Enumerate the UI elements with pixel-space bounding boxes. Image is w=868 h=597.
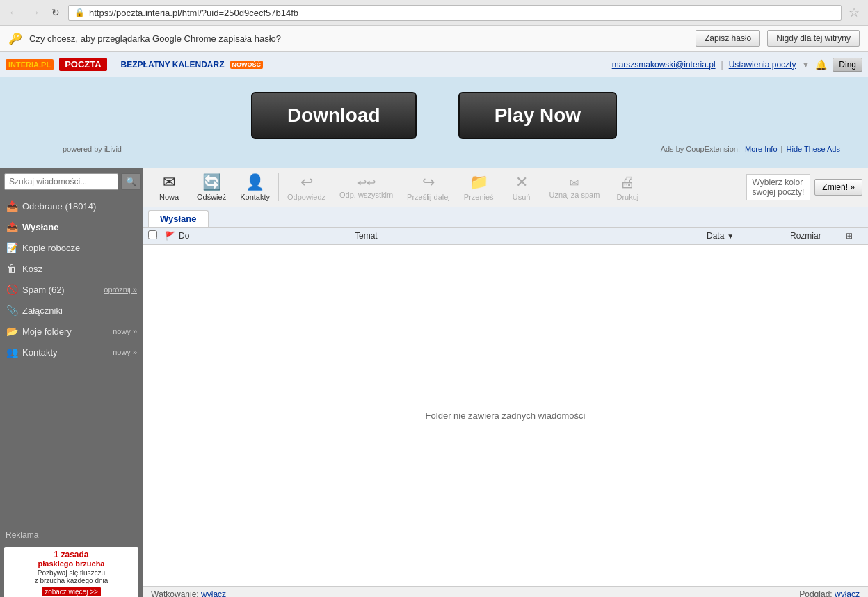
toolbar-spam-button[interactable]: ✉ Uznaj za spam: [542, 173, 607, 202]
search-input[interactable]: [4, 173, 118, 190]
nowosc-badge: NOWOŚĆ: [230, 61, 264, 69]
interia-logo: INTERIA.PL: [6, 59, 54, 70]
ding-button[interactable]: Ding: [833, 58, 862, 72]
sidebar-nav: 📥 Odebrane (18014) 📤 Wysłane 📝 Kopie rob…: [0, 196, 143, 526]
toolbar-separator-1: [278, 173, 279, 201]
sidebar-label-kontakty: Kontakty: [22, 347, 58, 358]
toolbar-przenies-label: Przenieś: [464, 193, 494, 201]
sidebar-item-wyslane[interactable]: 📤 Wysłane: [0, 216, 143, 237]
preview-toggle-link[interactable]: wyłącz: [835, 589, 860, 597]
user-email[interactable]: marszsmakowski@interia.pl: [612, 60, 716, 70]
drafts-icon: 📝: [6, 241, 18, 254]
toolbar-usun-label: Usuń: [513, 193, 531, 201]
new-folder-link[interactable]: nowy »: [113, 327, 137, 335]
download-button[interactable]: Download: [251, 92, 417, 139]
col-filter-header: ⊞: [846, 231, 862, 241]
sidebar-label-foldery: Moje foldery: [22, 326, 72, 337]
toolbar-nowa-button[interactable]: ✉ Nowa: [148, 170, 190, 204]
sidebar-item-spam[interactable]: 🚫 Spam (62) opróżnij »: [0, 279, 143, 300]
tab-wyslane[interactable]: Wysłane: [148, 210, 209, 227]
toolbar-przeslij-button[interactable]: ↪ Prześlij dalej: [400, 170, 457, 204]
sidebar-item-zalaczniki[interactable]: 📎 Załączniki: [0, 300, 143, 321]
toolbar-spam-label: Uznaj za spam: [549, 191, 600, 199]
contacts-icon: 👥: [6, 346, 18, 358]
reply-icon: ↩: [300, 173, 313, 191]
back-button[interactable]: ←: [6, 4, 22, 21]
ad-link[interactable]: zobacz więcej >>: [42, 587, 101, 596]
toolbar-usun-button[interactable]: ✕ Usuń: [501, 170, 542, 204]
bell-icon: 🔔: [815, 59, 827, 70]
col-from-header[interactable]: Do: [179, 231, 355, 241]
attachments-icon: 📎: [6, 304, 18, 317]
save-password-button[interactable]: Zapisz hasło: [696, 30, 760, 47]
sidebar-label-zalaczniki: Załączniki: [22, 305, 63, 316]
hide-ads-link[interactable]: Hide These Ads: [787, 145, 840, 153]
forward-button[interactable]: →: [26, 4, 43, 21]
toolbar-przeslij-label: Prześlij dalej: [407, 193, 450, 201]
toolbar-kontakty-label: Kontakty: [240, 193, 270, 201]
sidebar-label-spam: Spam (62): [22, 285, 65, 295]
preview-label: Podgląd:: [799, 589, 832, 597]
empty-folder-message: Folder nie zawiera żadnych wiadomości: [143, 245, 868, 586]
email-area: Wysłane 🚩 Do Temat Data ▼ Rozmiar ⊞: [143, 207, 868, 597]
toolbar-przenies-button[interactable]: 📁 Przenieś: [457, 170, 501, 204]
delete-icon: ✕: [515, 173, 528, 191]
thread-label: Wątkowanie:: [151, 589, 199, 597]
move-icon: 📁: [469, 173, 488, 191]
sidebar-item-kopie-robocze[interactable]: 📝 Kopie robocze: [0, 237, 143, 258]
toolbar-odpowiedz-button[interactable]: ↩ Odpowiedz: [280, 170, 332, 204]
settings-link[interactable]: Ustawienia poczty: [729, 60, 796, 70]
sidebar-item-odebrane[interactable]: 📥 Odebrane (18014): [0, 196, 143, 216]
sidebar-label-kosz: Kosz: [22, 264, 42, 274]
search-button[interactable]: 🔍: [121, 173, 141, 190]
ad-info: Ads by CoupExtension. More Info | Hide T…: [661, 145, 840, 153]
more-info-link[interactable]: More Info: [745, 145, 777, 153]
toolbar-odswiez-button[interactable]: 🔄 Odśwież: [190, 170, 233, 204]
inbox-icon: 📥: [6, 200, 18, 212]
lock-icon: 🔒: [74, 8, 85, 17]
spam-icon: 🚫: [6, 283, 18, 296]
toolbar-drukuj-label: Drukuj: [616, 193, 638, 201]
sidebar-label-wyslane: Wysłane: [22, 222, 59, 232]
sidebar-label-odebrane: Odebrane (18014): [22, 201, 96, 212]
spam-empty-link[interactable]: opróżnij »: [104, 285, 137, 294]
toolbar-odswiez-label: Odśwież: [197, 193, 226, 201]
bookmark-star-button[interactable]: ☆: [846, 4, 862, 21]
sidebar-item-kontakty[interactable]: 👥 Kontakty nowy »: [0, 342, 143, 363]
sidebar-item-kosz[interactable]: 🗑 Kosz: [0, 258, 143, 279]
compose-icon: ✉: [163, 173, 175, 191]
col-size-header[interactable]: Rozmiar: [790, 231, 846, 241]
play-now-button[interactable]: Play Now: [458, 92, 617, 139]
sidebar-reklama-label: Reklama: [0, 526, 143, 544]
toolbar-kontakty-button[interactable]: 👤 Kontakty: [233, 170, 277, 204]
toolbar-odpowiedz-label: Odpowiedz: [287, 193, 326, 201]
color-picker-label: Wybierz kolorswojej poczty!: [746, 174, 811, 200]
thread-toggle-link[interactable]: wyłącz: [201, 589, 226, 597]
col-date-header[interactable]: Data ▼: [707, 231, 790, 241]
toolbar-odp-wszystkim-button[interactable]: ↩↩ Odp. wszystkim: [332, 173, 400, 202]
select-all-checkbox[interactable]: [148, 230, 157, 239]
sidebar-item-moje-foldery[interactable]: 📂 Moje foldery nowy »: [0, 321, 143, 342]
col-subject-header[interactable]: Temat: [355, 231, 707, 241]
print-icon: 🖨: [620, 173, 635, 191]
sidebar: 🔍 📥 Odebrane (18014) 📤 Wysłane 📝 Kopie r…: [0, 168, 143, 597]
toolbar-drukuj-button[interactable]: 🖨 Drukuj: [606, 170, 648, 204]
never-save-button[interactable]: Nigdy dla tej witryny: [767, 30, 860, 47]
sidebar-ad-content: 1 zasada płaskiego brzucha Pozbywaj się …: [31, 547, 113, 597]
sent-icon: 📤: [6, 221, 18, 233]
url-text: https://poczta.interia.pl/html/?uid=250d…: [89, 8, 298, 18]
refresh-button[interactable]: ↻: [47, 4, 64, 21]
browser-nav: ← → ↻ 🔒 https://poczta.interia.pl/html/?…: [0, 0, 868, 26]
calendar-link[interactable]: BEZPŁATNY KALENDARZ: [121, 60, 225, 70]
sidebar-ad[interactable]: 1 zasada płaskiego brzucha Pozbywaj się …: [4, 547, 138, 597]
new-contact-link[interactable]: nowy »: [113, 348, 137, 356]
trash-icon: 🗑: [6, 262, 18, 275]
ad-powered-text: powered by iLivid: [63, 145, 122, 153]
address-bar[interactable]: 🔒 https://poczta.interia.pl/html/?uid=25…: [68, 5, 842, 21]
flag-column-header: 🚩: [165, 231, 175, 241]
email-list: Folder nie zawiera żadnych wiadomości: [143, 245, 868, 586]
color-change-button[interactable]: Zmień! »: [814, 179, 862, 196]
contacts-toolbar-icon: 👤: [246, 173, 264, 191]
table-header: 🚩 Do Temat Data ▼ Rozmiar ⊞: [143, 228, 868, 245]
ad-body: Pozbywaj się tłuszczuz brzucha każdego d…: [35, 569, 108, 584]
